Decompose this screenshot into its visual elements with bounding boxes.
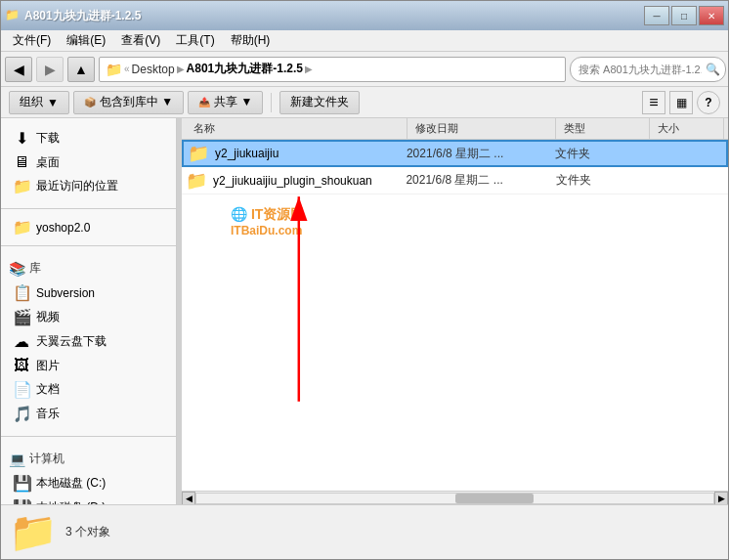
sidebar-item-label: yoshop2.0 (36, 221, 90, 235)
menu-bar: 文件(F) 编辑(E) 查看(V) 工具(T) 帮助(H) (1, 30, 728, 52)
sidebar-divider-2 (1, 245, 176, 246)
sidebar-item-label: Subversion (36, 286, 95, 300)
desktop-icon: 🖥 (13, 153, 30, 171)
new-folder-button[interactable]: 新建文件夹 (279, 91, 360, 114)
forward-button[interactable]: ▶ (36, 57, 64, 82)
col-size[interactable]: 大小 (650, 118, 724, 139)
menu-help[interactable]: 帮助(H) (223, 30, 279, 51)
breadcrumb: 📁 « Desktop ▶ A801九块九进群-1.2.5 ▶ (106, 61, 313, 77)
sidebar-favorites: ⬇ 下载 🖥 桌面 📁 最近访问的位置 (1, 122, 176, 202)
cloud-icon: ☁ (13, 332, 30, 351)
file-area: 🌐 IT资源网 ITBaiDu.com 名称 修改日期 类型 大小 (182, 118, 728, 504)
address-bar[interactable]: 📁 « Desktop ▶ A801九块九进群-1.2.5 ▶ (99, 57, 566, 82)
file-name: y2_jiukuaijiu (211, 147, 407, 160)
close-button[interactable]: ✕ (699, 6, 724, 25)
title-bar: 📁 A801九块九进群-1.2.5 ─ □ ✕ (1, 1, 728, 30)
sidebar-item-documents[interactable]: 📄 文档 (1, 377, 176, 402)
view-controls: ≡ ▦ ? (642, 91, 720, 114)
breadcrumb-current[interactable]: A801九块九进群-1.2.5 (187, 61, 303, 77)
library-icon: 📚 (9, 261, 25, 277)
sidebar-item-cloud[interactable]: ☁ 天翼云盘下载 (1, 329, 176, 354)
preview-bar: 📁 3 个对象 (1, 504, 728, 559)
menu-edit[interactable]: 编辑(E) (59, 30, 113, 51)
file-list: 📁 y2_jiukuaijiu 2021/6/8 星期二 ... 文件夹 📁 y… (182, 140, 728, 491)
view-details-button[interactable]: ▦ (669, 91, 693, 114)
sidebar-item-label: 文档 (36, 381, 60, 398)
sidebar-item-label: 视频 (36, 309, 60, 325)
sidebar-item-yoshop[interactable]: 📁 yoshop2.0 (1, 215, 176, 239)
organize-button[interactable]: 组织 ▼ (9, 91, 69, 114)
col-date[interactable]: 修改日期 (407, 118, 556, 139)
sidebar-item-desktop[interactable]: 🖥 桌面 (1, 151, 176, 174)
computer-icon: 💻 (9, 452, 25, 467)
sidebar-item-label: 图片 (36, 358, 60, 374)
folder-icon: 📁 (186, 170, 209, 192)
subversion-icon: 📋 (13, 283, 30, 302)
pictures-icon: 🖼 (13, 357, 30, 374)
sidebar-item-label: 下载 (36, 130, 60, 147)
scroll-left-button[interactable]: ◀ (182, 492, 195, 505)
sidebar-computer: 💻 计算机 💾 本地磁盘 (C:) 💾 本地磁盘 (D:) 🥜 坚果云 (1, 443, 176, 504)
library-header[interactable]: 📚 库 (1, 256, 176, 280)
help-button[interactable]: ? (697, 91, 720, 114)
view-list-button[interactable]: ≡ (642, 91, 665, 114)
sidebar-library: 📚 库 📋 Subversion 🎬 视频 ☁ 天翼云盘下载 🖼 图 (1, 252, 176, 430)
sidebar-item-drive-c[interactable]: 💾 本地磁盘 (C:) (1, 471, 176, 495)
video-icon: 🎬 (13, 308, 30, 326)
address-toolbar: ◀ ▶ ▲ 📁 « Desktop ▶ A801九块九进群-1.2.5 ▶ 🔍 (1, 52, 728, 87)
computer-header[interactable]: 💻 计算机 (1, 447, 176, 471)
sidebar-item-download[interactable]: ⬇ 下载 (1, 126, 176, 151)
menu-file[interactable]: 文件(F) (5, 30, 59, 51)
sidebar-item-music[interactable]: 🎵 音乐 (1, 402, 176, 426)
sidebar-item-subversion[interactable]: 📋 Subversion (1, 280, 176, 305)
horizontal-scrollbar[interactable]: ◀ ▶ (182, 491, 728, 504)
recent-icon: 📁 (13, 177, 30, 195)
col-name[interactable]: 名称 (186, 118, 407, 139)
explorer-window: 📁 A801九块九进群-1.2.5 ─ □ ✕ 文件(F) 编辑(E) 查看(V… (0, 0, 729, 560)
drive-c-icon: 💾 (13, 474, 30, 493)
folder-icon: 📁 (13, 218, 30, 237)
file-list-header: 名称 修改日期 类型 大小 (182, 118, 728, 140)
maximize-button[interactable]: □ (671, 6, 697, 25)
action-toolbar: 组织 ▼ 📦 包含到库中 ▼ 📤 共享 ▼ 新建文件夹 ≡ ▦ ? (1, 87, 728, 118)
col-type[interactable]: 类型 (556, 118, 649, 139)
file-type: 文件夹 (555, 146, 648, 162)
minimize-button[interactable]: ─ (644, 6, 669, 25)
add-to-library-button[interactable]: 📦 包含到库中 ▼ (73, 91, 184, 114)
file-date: 2021/6/8 星期二 ... (407, 146, 555, 162)
table-row[interactable]: 📁 y2_jiukuaijiu 2021/6/8 星期二 ... 文件夹 (182, 140, 728, 167)
search-icon-button[interactable]: 🔍 (701, 58, 724, 81)
file-name: y2_jiukuaijiu_plugin_shoukuan (209, 174, 406, 188)
download-icon: ⬇ (13, 129, 30, 148)
menu-tools[interactable]: 工具(T) (168, 30, 222, 51)
music-icon: 🎵 (13, 405, 30, 423)
menu-view[interactable]: 查看(V) (113, 30, 168, 51)
sidebar-item-label: 桌面 (36, 154, 60, 171)
toolbar-separator (271, 93, 272, 112)
documents-icon: 📄 (13, 380, 30, 399)
sidebar-divider-1 (1, 208, 176, 209)
up-button[interactable]: ▲ (67, 57, 95, 82)
sidebar-item-drive-d[interactable]: 💾 本地磁盘 (D:) (1, 495, 176, 504)
sidebar: ⬇ 下载 🖥 桌面 📁 最近访问的位置 📁 yoshop2.0 (1, 118, 177, 504)
scrollbar-track[interactable] (195, 493, 714, 504)
back-button[interactable]: ◀ (5, 57, 32, 82)
sidebar-item-label: 音乐 (36, 406, 60, 422)
share-button[interactable]: 📤 共享 ▼ (188, 91, 263, 114)
sidebar-item-recent[interactable]: 📁 最近访问的位置 (1, 174, 176, 198)
sidebar-item-label: 最近访问的位置 (36, 178, 118, 194)
breadcrumb-desktop[interactable]: Desktop (132, 63, 175, 76)
folder-icon: 📁 (188, 143, 211, 164)
sidebar-item-pictures[interactable]: 🖼 图片 (1, 354, 176, 377)
sidebar-divider-3 (1, 436, 176, 437)
scrollbar-thumb[interactable] (455, 494, 534, 503)
scroll-right-button[interactable]: ▶ (714, 492, 728, 505)
sidebar-item-label: 天翼云盘下载 (36, 333, 107, 350)
file-type: 文件夹 (556, 172, 650, 189)
sidebar-item-label: 本地磁盘 (C:) (36, 475, 106, 492)
window-icon: 📁 (5, 8, 21, 23)
main-area: ⬇ 下载 🖥 桌面 📁 最近访问的位置 📁 yoshop2.0 (1, 118, 728, 504)
sidebar-item-video[interactable]: 🎬 视频 (1, 305, 176, 329)
table-row[interactable]: 📁 y2_jiukuaijiu_plugin_shoukuan 2021/6/8… (182, 167, 728, 194)
preview-info: 3 个对象 (65, 524, 110, 540)
